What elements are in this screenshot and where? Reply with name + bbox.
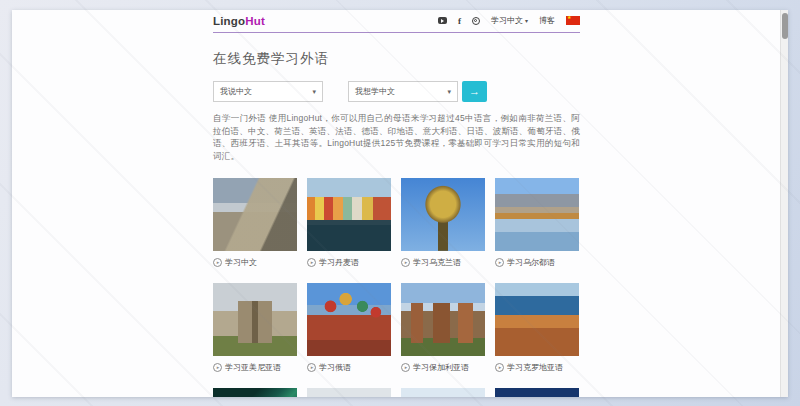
play-icon: ▸: [213, 258, 222, 267]
facebook-icon[interactable]: f: [458, 16, 461, 26]
helsinki-cathedral-image[interactable]: [307, 388, 391, 397]
course-label-row[interactable]: ▸ 学习俄语: [307, 362, 391, 372]
gaudi-mosaic-chimneys-image[interactable]: [401, 388, 485, 397]
course-label: 学习乌尔都语: [507, 257, 555, 268]
great-wall-image[interactable]: [213, 178, 297, 251]
arrow-right-icon: →: [469, 82, 480, 101]
target-language-value: 我想学中文: [355, 86, 395, 97]
mountain-lake-image[interactable]: [495, 178, 579, 251]
play-icon: ▸: [495, 363, 504, 372]
course-label: 学习克罗地亚语: [507, 362, 563, 373]
chevron-down-icon: ▾: [525, 18, 528, 24]
course-card-armenian[interactable]: ▸ 学习亚美尼亚语: [213, 283, 297, 372]
language-menu[interactable]: 学习中文▾: [491, 15, 528, 26]
play-icon: ▸: [401, 363, 410, 372]
course-card-ukrainian[interactable]: ▸ 学习乌克兰语: [401, 178, 485, 267]
native-language-select[interactable]: 我说中文 ▾: [213, 81, 323, 102]
course-label-row[interactable]: ▸ 学习克罗地亚语: [495, 362, 579, 372]
play-icon: ▸: [307, 258, 316, 267]
star-icon: ★: [567, 13, 571, 22]
language-menu-label: 学习中文: [491, 16, 523, 25]
course-label: 学习亚美尼亚语: [225, 362, 281, 373]
course-label: 学习俄语: [319, 362, 351, 373]
course-label-row[interactable]: ▸ 学习亚美尼亚语: [213, 362, 297, 372]
course-label-row[interactable]: ▸ 学习乌尔都语: [495, 257, 579, 267]
belogradchik-fortress-image[interactable]: [401, 283, 485, 356]
parliament-night-image[interactable]: [495, 388, 579, 397]
chevron-down-icon: ▾: [447, 88, 451, 96]
header-nav: f 学习中文▾ 博客 ★: [438, 15, 580, 26]
course-card-clipped-1[interactable]: [213, 388, 297, 397]
play-icon: ▸: [307, 363, 316, 372]
kyiv-angel-monument-image[interactable]: [401, 178, 485, 251]
course-label: 学习保加利亚语: [413, 362, 469, 373]
native-language-value: 我说中文: [220, 86, 252, 97]
northern-lights-image[interactable]: [213, 388, 297, 397]
course-card-danish[interactable]: ▸ 学习丹麦语: [307, 178, 391, 267]
play-icon: ▸: [213, 363, 222, 372]
globe-dot: [474, 19, 477, 22]
course-card-bulgarian[interactable]: ▸ 学习保加利亚语: [401, 283, 485, 372]
site-header: LingoHut f 学习中文▾ 博客 ★: [213, 10, 580, 33]
course-label: 学习中文: [225, 257, 257, 268]
go-button[interactable]: →: [462, 81, 487, 102]
lingohut-logo[interactable]: LingoHut: [213, 15, 265, 27]
logo-text-lingo: Lingo: [213, 15, 245, 27]
page-scrollbar[interactable]: [780, 10, 788, 397]
course-label-row[interactable]: ▸ 学习丹麦语: [307, 257, 391, 267]
course-label-row[interactable]: ▸ 学习中文: [213, 257, 297, 267]
chevron-down-icon: ▾: [312, 88, 316, 96]
course-label-row[interactable]: ▸ 学习乌克兰语: [401, 257, 485, 267]
play-triangle: [441, 19, 444, 23]
play-icon: ▸: [495, 258, 504, 267]
armenian-monastery-image[interactable]: [213, 283, 297, 356]
course-card-clipped-3[interactable]: [401, 388, 485, 397]
course-label: 学习乌克兰语: [413, 257, 461, 268]
youtube-icon[interactable]: [438, 17, 447, 24]
course-label-row[interactable]: ▸ 学习保加利亚语: [401, 362, 485, 372]
logo-text-hut: Hut: [245, 15, 265, 27]
course-label: 学习丹麦语: [319, 257, 359, 268]
scrollbar-thumb[interactable]: [782, 13, 788, 39]
intro-text: 自学一门外语 使用LingoHut，你可以用自己的母语来学习超过45中语言，例如…: [213, 112, 580, 162]
course-card-clipped-2[interactable]: [307, 388, 391, 397]
blog-link[interactable]: 博客: [539, 15, 555, 26]
china-flag-icon[interactable]: ★: [566, 16, 580, 25]
course-card-clipped-4[interactable]: [495, 388, 579, 397]
dubrovnik-coast-image[interactable]: [495, 283, 579, 356]
language-controls: 我说中文 ▾ 我想学中文 ▾ →: [213, 81, 580, 102]
course-card-croatian[interactable]: ▸ 学习克罗地亚语: [495, 283, 579, 372]
nyhavn-harbor-image[interactable]: [307, 178, 391, 251]
page-title: 在线免费学习外语: [213, 50, 580, 68]
course-card-urdu[interactable]: ▸ 学习乌尔都语: [495, 178, 579, 267]
content-column: LingoHut f 学习中文▾ 博客 ★ 在线免费学习外语 我说中文 ▾ 我想…: [213, 10, 580, 397]
target-language-select[interactable]: 我想学中文 ▾: [348, 81, 458, 102]
play-icon: ▸: [401, 258, 410, 267]
course-card-russian[interactable]: ▸ 学习俄语: [307, 283, 391, 372]
st-basils-cathedral-image[interactable]: [307, 283, 391, 356]
globe-icon[interactable]: [472, 17, 480, 25]
course-card-chinese[interactable]: ▸ 学习中文: [213, 178, 297, 267]
course-grid: ▸ 学习中文 ▸ 学习丹麦语 ▸ 学习乌克兰语: [213, 178, 580, 397]
browser-page: LingoHut f 学习中文▾ 博客 ★ 在线免费学习外语 我说中文 ▾ 我想…: [12, 10, 788, 397]
